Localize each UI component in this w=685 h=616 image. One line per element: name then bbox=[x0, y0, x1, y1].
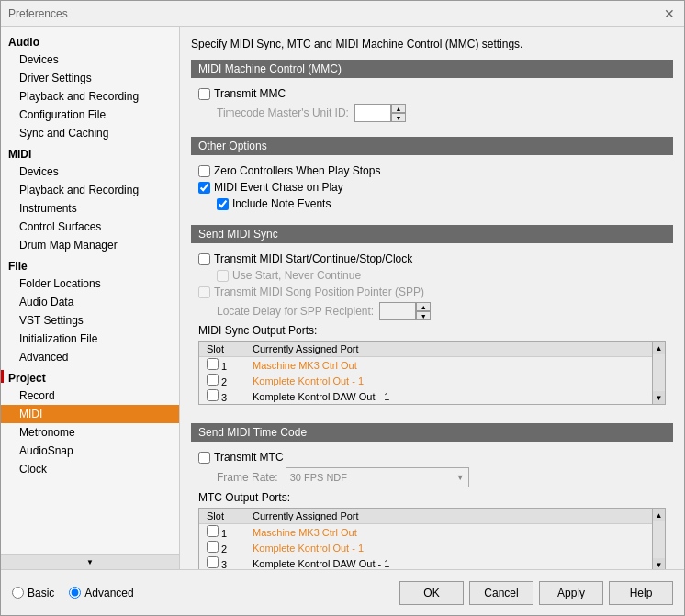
sidebar-item-midi-control-surfaces[interactable]: Control Surfaces bbox=[1, 218, 179, 236]
basic-label: Basic bbox=[28, 587, 54, 599]
timecode-arrows: ▲ ▼ bbox=[391, 104, 406, 122]
include-note-events-checkbox[interactable] bbox=[217, 198, 229, 210]
transmit-midi-start-row: Transmit MIDI Start/Continue/Stop/Clock bbox=[198, 252, 666, 265]
sync-slot-3-checkbox[interactable] bbox=[207, 389, 219, 401]
sidebar-item-file-folder-locations[interactable]: Folder Locations bbox=[1, 274, 179, 293]
sidebar-item-midi-devices[interactable]: Devices bbox=[1, 162, 179, 181]
mtc-scroll-up[interactable]: ▲ bbox=[653, 509, 665, 521]
locate-delay-down[interactable]: ▼ bbox=[416, 311, 431, 320]
timecode-input[interactable]: 0 bbox=[354, 104, 391, 122]
transmit-spp-checkbox[interactable] bbox=[198, 286, 210, 298]
sidebar-item-midi-drum-map-manager[interactable]: Drum Map Manager bbox=[1, 236, 179, 254]
sidebar-item-audio-config-file[interactable]: Configuration File bbox=[1, 106, 179, 124]
sync-port-3: Komplete Kontrol DAW Out - 1 bbox=[245, 388, 652, 404]
zero-controllers-label[interactable]: Zero Controllers When Play Stops bbox=[198, 164, 380, 177]
apply-button[interactable]: Apply bbox=[539, 581, 603, 605]
mtc-slot-3-checkbox[interactable] bbox=[207, 556, 219, 568]
send-mtc-content: Transmit MTC Frame Rate: 30 FPS NDF ▼ MT… bbox=[191, 447, 673, 569]
sidebar-scroll-down[interactable]: ▼ bbox=[1, 554, 179, 569]
transmit-mmc-checkbox[interactable] bbox=[198, 88, 210, 100]
midi-event-chase-text: MIDI Event Chase on Play bbox=[214, 181, 343, 194]
sidebar-item-file-vst-settings[interactable]: VST Settings bbox=[1, 311, 179, 330]
basic-radio[interactable] bbox=[12, 587, 24, 599]
table-row: 2 Komplete Kontrol Out - 1 bbox=[199, 540, 652, 555]
window-title: Preferences bbox=[8, 7, 68, 20]
mtc-slot-2-checkbox[interactable] bbox=[207, 541, 219, 553]
frame-rate-select[interactable]: 30 FPS NDF ▼ bbox=[286, 467, 469, 487]
sidebar-item-midi-instruments[interactable]: Instruments bbox=[1, 199, 179, 218]
close-button[interactable]: ✕ bbox=[662, 6, 677, 21]
locate-delay-spinbox: 0 ▲ ▼ bbox=[379, 302, 431, 320]
send-mtc-header: Send MIDI Time Code bbox=[191, 423, 673, 442]
sidebar-item-audio-driver-settings[interactable]: Driver Settings bbox=[1, 69, 179, 87]
footer: Basic Advanced OK Cancel Apply Help bbox=[1, 569, 684, 615]
cancel-button[interactable]: Cancel bbox=[469, 581, 533, 605]
locate-delay-row: Locate Delay for SPP Recipient: 0 ▲ ▼ bbox=[198, 302, 666, 320]
sidebar-group-audio: Audio bbox=[1, 30, 179, 50]
sync-slot-1-checkbox[interactable] bbox=[207, 358, 219, 370]
include-note-events-label[interactable]: Include Note Events bbox=[217, 197, 331, 210]
timecode-down-arrow[interactable]: ▼ bbox=[391, 113, 406, 122]
sync-scroll-down[interactable]: ▼ bbox=[653, 391, 665, 404]
transmit-spp-label: Transmit MIDI Song Position Pointer (SPP… bbox=[198, 286, 424, 298]
transmit-mmc-label[interactable]: Transmit MMC bbox=[198, 87, 286, 100]
send-midi-sync-content: Transmit MIDI Start/Continue/Stop/Clock … bbox=[191, 249, 673, 416]
table-row: 1 Maschine MK3 Ctrl Out bbox=[199, 524, 652, 541]
sync-slot-1: 1 bbox=[199, 357, 245, 374]
sidebar-item-audio-playback-recording[interactable]: Playback and Recording bbox=[1, 87, 179, 106]
table-row: 3 Komplete Kontrol DAW Out - 1 bbox=[199, 555, 652, 569]
mtc-scroll-down[interactable]: ▼ bbox=[653, 558, 665, 569]
locate-delay-input[interactable]: 0 bbox=[379, 302, 416, 320]
main-description: Specify MIDI Sync, MTC and MIDI Machine … bbox=[191, 38, 673, 50]
zero-controllers-checkbox[interactable] bbox=[198, 165, 210, 177]
other-options-content: Zero Controllers When Play Stops MIDI Ev… bbox=[191, 161, 673, 218]
sidebar-item-file-advanced[interactable]: Advanced bbox=[1, 348, 179, 366]
advanced-label: Advanced bbox=[84, 587, 133, 599]
main-layout: Audio Devices Driver Settings Playback a… bbox=[1, 27, 684, 569]
locate-delay-label: Locate Delay for SPP Recipient: bbox=[217, 305, 374, 318]
other-options-header: Other Options bbox=[191, 137, 673, 155]
sidebar: Audio Devices Driver Settings Playback a… bbox=[1, 27, 180, 569]
midi-event-chase-checkbox[interactable] bbox=[198, 182, 210, 194]
use-start-checkbox[interactable] bbox=[217, 270, 229, 282]
mtc-slot-2: 2 bbox=[199, 540, 245, 555]
transmit-mtc-checkbox[interactable] bbox=[198, 452, 210, 464]
ok-button[interactable]: OK bbox=[399, 581, 464, 605]
transmit-midi-start-text: Transmit MIDI Start/Continue/Stop/Clock bbox=[214, 252, 412, 265]
mmc-section-content: Transmit MMC Timecode Master's Unit ID: … bbox=[191, 84, 673, 129]
footer-left: Basic Advanced bbox=[12, 587, 134, 599]
transmit-spp-row: Transmit MIDI Song Position Pointer (SPP… bbox=[198, 286, 666, 298]
sidebar-item-audio-devices[interactable]: Devices bbox=[1, 50, 179, 69]
sidebar-group-project: Project bbox=[1, 366, 179, 386]
transmit-midi-start-label[interactable]: Transmit MIDI Start/Continue/Stop/Clock bbox=[198, 252, 412, 265]
chevron-down-icon: ▼ bbox=[86, 558, 94, 566]
sidebar-item-file-initialization[interactable]: Initialization File bbox=[1, 330, 179, 348]
sidebar-item-project-midi[interactable]: MIDI bbox=[1, 405, 179, 423]
mtc-port-1: Maschine MK3 Ctrl Out bbox=[245, 524, 652, 541]
mtc-ports-scrollbar: ▲ ▼ bbox=[652, 509, 665, 569]
table-row: 2 Komplete Kontrol Out - 1 bbox=[199, 373, 652, 388]
mtc-slot-1-checkbox[interactable] bbox=[207, 525, 219, 537]
timecode-up-arrow[interactable]: ▲ bbox=[391, 104, 406, 113]
sync-slot-2-checkbox[interactable] bbox=[207, 374, 219, 386]
basic-radio-label[interactable]: Basic bbox=[12, 587, 54, 599]
sidebar-item-audio-sync-caching[interactable]: Sync and Caching bbox=[1, 124, 179, 142]
sidebar-item-project-clock[interactable]: Clock bbox=[1, 460, 179, 478]
sidebar-item-project-record[interactable]: Record bbox=[1, 386, 179, 405]
sync-slot-header: Slot bbox=[199, 342, 245, 357]
sync-scroll-up[interactable]: ▲ bbox=[653, 342, 665, 354]
sync-port-header: Currently Assigned Port bbox=[245, 342, 652, 357]
use-start-row: Use Start, Never Continue bbox=[198, 269, 666, 282]
sidebar-item-project-audiosnap[interactable]: AudioSnap bbox=[1, 442, 179, 460]
help-button[interactable]: Help bbox=[609, 581, 673, 605]
sidebar-item-midi-playback-recording[interactable]: Playback and Recording bbox=[1, 181, 179, 199]
frame-rate-chevron-icon: ▼ bbox=[456, 473, 465, 482]
advanced-radio[interactable] bbox=[69, 587, 81, 599]
transmit-midi-start-checkbox[interactable] bbox=[198, 253, 210, 265]
sidebar-item-file-audio-data[interactable]: Audio Data bbox=[1, 293, 179, 311]
midi-event-chase-label[interactable]: MIDI Event Chase on Play bbox=[198, 181, 343, 194]
sidebar-item-project-metronome[interactable]: Metronome bbox=[1, 423, 179, 442]
transmit-mtc-label[interactable]: Transmit MTC bbox=[198, 451, 284, 464]
locate-delay-up[interactable]: ▲ bbox=[416, 302, 431, 311]
advanced-radio-label[interactable]: Advanced bbox=[69, 587, 133, 599]
